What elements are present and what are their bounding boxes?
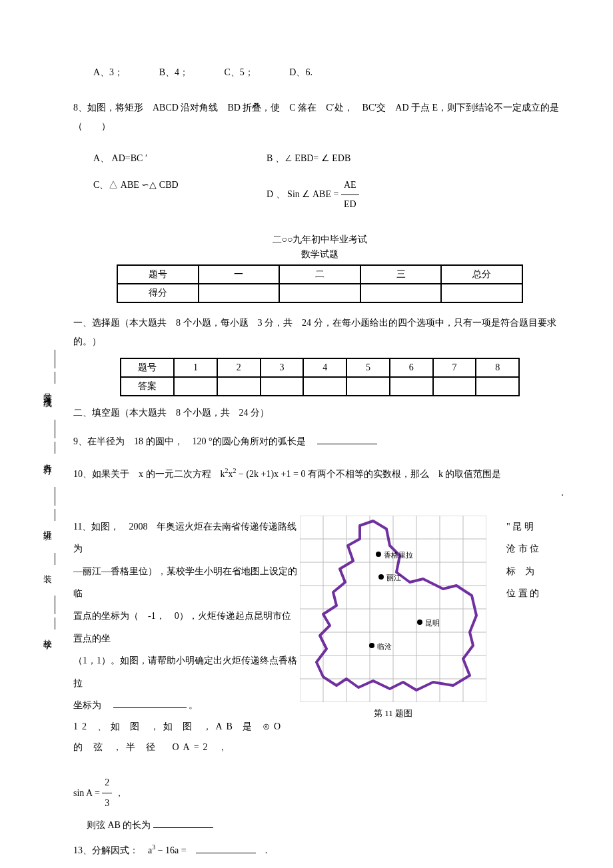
q11-right-col: " 昆 明 沧 市 位 标 为 位 置 的 <box>506 516 553 763</box>
q8-d-pre: D 、 Sin ∠ ABE = <box>267 189 341 199</box>
q11-r3: 标 为 <box>506 560 553 583</box>
q8-text: 8、如图，将矩形 ABCD 沿对角线 BD 折叠，使 C 落在 C′处， BC′… <box>73 99 566 136</box>
q12-l2-pre: 则弦 AB 的长为 <box>87 820 153 830</box>
q13-mid: − 16a = <box>155 845 196 855</box>
ans-c7: 7 <box>433 358 476 377</box>
q10-pre: 10、如果关于 x 的一元二次方程 k <box>73 469 225 479</box>
table-row: 题号 1 2 3 4 5 6 7 8 <box>121 358 519 377</box>
ans-blank[interactable] <box>261 377 304 396</box>
margin-label-id: 号证考准 <box>41 386 53 392</box>
ans-c1: 1 <box>174 358 217 377</box>
score-blank[interactable] <box>360 284 442 302</box>
ans-blank[interactable] <box>433 377 476 396</box>
table-row: 答案 <box>121 377 519 396</box>
q12-fraction: 2 3 <box>102 773 112 815</box>
q10-mid2: − (2k +1)x +1 = 0 有两个不相等的实数根，那么 k 的取值范围是 <box>237 469 502 479</box>
table-row: 得分 <box>117 284 522 302</box>
table-row: 题号 一 二 三 总分 <box>117 265 522 284</box>
ans-blank[interactable] <box>217 377 261 396</box>
q7-options: A、3； B、4； C、5； D、6. <box>93 67 566 79</box>
q7-opt-a: A、3； <box>93 67 123 77</box>
q12-answer-line: 则弦 AB 的长为 <box>87 819 566 831</box>
margin-label-seal: 装 <box>41 568 53 569</box>
q12-l1: 12 、如 图 ，如 图 ，AB 是 ⊙O 的 弦 ，半 径 OA=2 ， <box>73 717 300 758</box>
margin-label-bind: 订 <box>41 459 53 460</box>
score-h5: 总分 <box>441 265 522 284</box>
ans-r2: 答案 <box>121 377 174 396</box>
q8-d-fraction: AE ED <box>341 176 359 214</box>
q8-d-num: AE <box>341 176 359 195</box>
answer-table: 题号 1 2 3 4 5 6 7 8 答案 <box>120 358 520 396</box>
page-content: A、3； B、4； C、5； D、6. 8、如图，将矩形 ABCD 沿对角线 B… <box>73 67 566 868</box>
margin-label-school: 校学 <box>41 632 53 635</box>
exam-title: 二○○九年初中毕业考试 <box>73 234 566 246</box>
q9-blank[interactable] <box>317 444 377 444</box>
q8-options: A、 AD=BC ′ B 、∠ EBD= ∠ EDB C、△ ABE ∽△ CB… <box>93 149 566 214</box>
q11-l2: —丽江—香格里位），某校学生小明在省地图上设定的临 <box>73 560 300 605</box>
q12-den: 3 <box>102 793 112 814</box>
exam-subtitle: 数学试题 <box>73 248 566 260</box>
q12-comma: ， <box>115 787 124 797</box>
city-dot-shangri <box>376 552 381 557</box>
q7-opt-b: B、4； <box>159 67 189 77</box>
q12-sin-pre: sin A = <box>73 787 102 797</box>
margin-label-line: 线 <box>41 392 53 393</box>
q11: 11、如图， 2008 年奥运火炬在去南省传递传递路线为 —丽江—香格里位），某… <box>73 516 566 763</box>
score-h2: 一 <box>199 265 280 284</box>
ans-blank[interactable] <box>303 377 346 396</box>
map-svg: 香格里拉 丽江 昆明 临沧 <box>300 516 486 702</box>
q8-opt-d: D 、 Sin ∠ ABE = AE ED <box>267 176 566 214</box>
ans-blank[interactable] <box>390 377 433 396</box>
q11-r4: 位 置 的 <box>506 582 553 605</box>
score-blank[interactable] <box>441 284 522 302</box>
ans-c4: 4 <box>303 358 346 377</box>
city-dot-lincang <box>369 643 374 648</box>
q12-formula: sin A = 2 3 ， <box>73 773 566 815</box>
score-blank[interactable] <box>199 284 280 302</box>
q11-l3: 置点的坐标为（ -1， 0），火炬传递起点昆明市位置点的坐 <box>73 605 300 650</box>
q13: 13、分解因式： a3 − 16a = . <box>73 841 566 860</box>
ans-c8: 8 <box>476 358 519 377</box>
ans-blank[interactable] <box>174 377 217 396</box>
q11-blank[interactable] <box>113 707 187 708</box>
binding-margin: 号证考准 线 名姓 订 级班 装 校学 <box>41 346 68 661</box>
q13-post: . <box>256 845 268 855</box>
q11-text-col: 11、如图， 2008 年奥运火炬在去南省传递传递路线为 —丽江—香格里位），某… <box>73 516 300 763</box>
score-h3: 二 <box>279 265 360 284</box>
q12-num: 2 <box>102 773 112 794</box>
ans-blank[interactable] <box>346 377 390 396</box>
section2-heading: 二、填空题（本大题共 8 个小题，共 24 分） <box>73 407 566 419</box>
q13-blank[interactable] <box>196 853 256 853</box>
margin-label-class: 级班 <box>41 524 53 526</box>
ans-c6: 6 <box>390 358 433 377</box>
q8-d-den: ED <box>341 195 359 214</box>
q7-opt-c: C、5； <box>224 67 253 77</box>
city-label-shangri: 香格里拉 <box>384 551 413 559</box>
q11-r2: 沧 市 位 <box>506 538 553 560</box>
q13-pre: 13、分解因式： a <box>73 845 152 855</box>
score-r2: 得分 <box>117 284 199 302</box>
q8: 8、如图，将矩形 ABCD 沿对角线 BD 折叠，使 C 落在 C′处， BC′… <box>73 99 566 214</box>
ans-blank[interactable] <box>476 377 519 396</box>
city-dot-kunming <box>417 620 422 625</box>
map-grid <box>300 516 486 702</box>
q10-dot: . <box>73 484 564 502</box>
ans-c3: 3 <box>261 358 304 377</box>
city-dot-lijiang <box>378 574 384 580</box>
q11-l5-post: 。 <box>189 700 198 710</box>
q8-opt-a: A、 AD=BC ′ <box>93 149 267 168</box>
ans-h1: 题号 <box>121 358 174 377</box>
score-blank[interactable] <box>279 284 360 302</box>
q10: 10、如果关于 x 的一元二次方程 k2x2 − (2k +1)x +1 = 0… <box>73 464 566 502</box>
city-label-lijiang: 丽江 <box>386 574 401 582</box>
q11-l4: （1，1）。如图，请帮助小明确定出火炬传递终点香格拉 <box>73 650 300 694</box>
q12-blank[interactable] <box>153 827 213 828</box>
q9: 9、在半径为 18 的圆中， 120 °的圆心角所对的弧长是 <box>73 432 566 451</box>
q11-l1: 11、如图， 2008 年奥运火炬在去南省传递传递路线为 <box>73 516 300 560</box>
map-outline <box>316 521 476 690</box>
q11-l5-pre: 坐标为 <box>73 700 111 710</box>
score-h4: 三 <box>360 265 442 284</box>
q10-mid1: x <box>229 469 233 479</box>
q8-opt-c: C、△ ABE ∽△ CBD <box>93 176 267 214</box>
map-caption: 第 11 题图 <box>300 707 486 719</box>
